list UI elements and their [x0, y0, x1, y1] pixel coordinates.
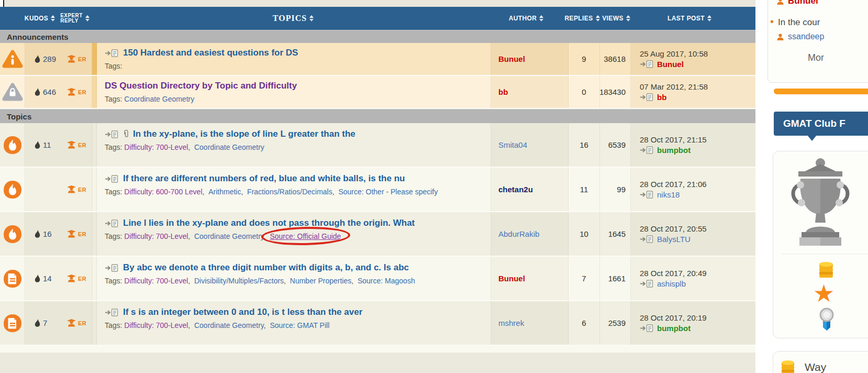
- goto-post-icon[interactable]: [105, 220, 119, 227]
- goto-post-icon[interactable]: [640, 93, 654, 101]
- expert-reply-badge[interactable]: ER: [67, 230, 86, 238]
- column-header-author[interactable]: AUTHOR: [500, 7, 552, 30]
- tag-link[interactable]: Source: GMAT Pill: [270, 321, 329, 330]
- kudos-cell: 646ER: [25, 76, 92, 108]
- sort-arrows-icon[interactable]: [707, 15, 711, 21]
- column-header-expert-reply[interactable]: EXPERTREPLY: [57, 7, 93, 30]
- sort-arrows-icon[interactable]: [51, 15, 55, 21]
- last-post-user-link[interactable]: bumpbot: [657, 146, 691, 155]
- topic-title-link[interactable]: If there are different numbers of red, b…: [123, 173, 405, 184]
- sort-arrows-icon[interactable]: [539, 15, 543, 21]
- expert-reply-badge[interactable]: ER: [67, 185, 86, 193]
- last-post-user-link[interactable]: niks18: [657, 190, 680, 199]
- tags-label: Tags:: [105, 321, 124, 330]
- tag-separator: ,: [284, 277, 290, 285]
- author-cell: bb: [491, 76, 569, 108]
- goto-post-icon[interactable]: [640, 146, 654, 154]
- goto-post-icon[interactable]: [640, 235, 654, 243]
- author-link[interactable]: Bunuel: [498, 54, 525, 63]
- goto-post-icon[interactable]: [105, 175, 119, 183]
- er-label: ER: [78, 186, 86, 193]
- last-post-user-link[interactable]: bumpbot: [657, 324, 691, 333]
- expert-reply-badge[interactable]: ER: [67, 141, 86, 149]
- goto-post-icon[interactable]: [640, 60, 654, 68]
- tag-link[interactable]: Arithmetic: [208, 188, 241, 196]
- goto-post-icon[interactable]: [105, 264, 119, 272]
- goto-post-icon[interactable]: [640, 280, 654, 288]
- author-link[interactable]: chetan2u: [498, 185, 533, 194]
- goto-post-icon[interactable]: [640, 235, 654, 243]
- tag-separator: ,: [188, 143, 194, 151]
- topic-title-link[interactable]: By abc we denote a three digit number wi…: [123, 262, 409, 273]
- tag-link[interactable]: Source: Magoosh: [358, 277, 415, 285]
- goto-post-icon[interactable]: [640, 191, 654, 199]
- goto-post-icon[interactable]: [105, 175, 119, 183]
- column-header-replies[interactable]: REPLIES: [561, 7, 603, 30]
- goto-post-icon[interactable]: [640, 60, 654, 68]
- goto-post-icon[interactable]: [640, 324, 654, 332]
- column-header-kudos[interactable]: KUDOS: [23, 7, 57, 30]
- sidebar-user-link[interactable]: ssandeep: [788, 32, 824, 41]
- goto-post-icon[interactable]: [105, 130, 119, 138]
- goto-post-icon[interactable]: [640, 146, 654, 154]
- more-link[interactable]: Mor: [808, 52, 824, 63]
- last-post-user-link[interactable]: bb: [657, 93, 666, 102]
- sort-arrows-icon[interactable]: [626, 15, 630, 21]
- last-post-cell: 28 Oct 2017, 20:55BalysLTU: [631, 212, 755, 256]
- goto-post-icon[interactable]: [105, 49, 119, 57]
- column-header-topics[interactable]: TOPICS: [259, 7, 327, 30]
- tag-link[interactable]: Difficulty: 700-Level: [124, 143, 188, 151]
- table-row: 646ERDS Question Directory by Topic and …: [0, 76, 755, 109]
- goto-post-icon[interactable]: [640, 93, 654, 101]
- expert-reply-badge[interactable]: ER: [67, 319, 86, 327]
- goto-post-icon[interactable]: [105, 309, 119, 316]
- expert-reply-badge[interactable]: ER: [67, 55, 86, 63]
- sidebar-topic-item[interactable]: •In the cour: [770, 16, 868, 28]
- author-link[interactable]: Smita04: [498, 140, 527, 149]
- kudos-cell: ER: [25, 168, 92, 211]
- topic-title-link[interactable]: If s is an integer between 0 and 10, is …: [123, 307, 362, 317]
- goto-post-icon[interactable]: [105, 309, 119, 316]
- tag-link[interactable]: Source: Other - Please specify: [338, 188, 438, 196]
- author-link[interactable]: bb: [498, 87, 508, 96]
- tag-link[interactable]: Divisibility/Multiples/Factors: [194, 277, 284, 285]
- goto-post-icon[interactable]: [640, 280, 654, 288]
- last-post-user: bumpbot: [640, 146, 755, 155]
- expert-reply-badge[interactable]: ER: [67, 275, 86, 282]
- topic-tags-line: Tags: Difficulty: 700-Level, Coordinate …: [105, 232, 485, 240]
- goto-post-icon[interactable]: [640, 191, 654, 199]
- tag-link[interactable]: Coordinate Geometry: [124, 95, 194, 103]
- goto-post-icon[interactable]: [105, 49, 119, 57]
- author-link[interactable]: AbdurRakib: [498, 229, 539, 238]
- tag-link[interactable]: Difficulty: 600-700 Level: [124, 188, 202, 196]
- column-header-last-post[interactable]: LAST POST: [661, 7, 718, 30]
- column-header-views[interactable]: VIEWS: [598, 7, 635, 30]
- tag-link[interactable]: Number Properties: [290, 277, 352, 285]
- tag-link[interactable]: Coordinate Geometry: [194, 143, 264, 151]
- tag-link[interactable]: Source: Official Guide: [270, 232, 341, 240]
- goto-post-icon[interactable]: [105, 220, 119, 227]
- author-link[interactable]: mshrek: [498, 319, 524, 327]
- topic-title-link[interactable]: DS Question Directory by Topic and Diffi…: [105, 81, 297, 91]
- topic-title-link[interactable]: 150 Hardest and easiest questions for DS: [123, 48, 298, 58]
- topic-title-link[interactable]: In the xy-plane, is the slope of line L …: [133, 129, 355, 139]
- tag-link[interactable]: Difficulty: 700-Level: [124, 232, 188, 240]
- goto-post-icon[interactable]: [640, 324, 654, 332]
- goto-post-icon[interactable]: [105, 130, 119, 138]
- tag-link[interactable]: Coordinate Geometry: [194, 232, 264, 240]
- tag-link[interactable]: Difficulty: 700-Level: [124, 321, 188, 330]
- last-post-user-link[interactable]: ashisplb: [657, 279, 686, 288]
- tag-link[interactable]: Fractions/Ratios/Decimals: [247, 188, 332, 196]
- expert-reply-badge[interactable]: ER: [67, 88, 86, 96]
- sort-arrows-icon[interactable]: [309, 15, 314, 21]
- goto-post-icon[interactable]: [105, 264, 119, 272]
- last-post-user-link[interactable]: Bunuel: [657, 60, 684, 69]
- tag-link[interactable]: Coordinate Geometry: [194, 321, 264, 330]
- sidebar-user-bunuel[interactable]: Bunuel: [776, 0, 818, 6]
- topic-title-link[interactable]: Line l lies in the xy-plane and does not…: [123, 218, 415, 228]
- sort-arrows-icon[interactable]: [85, 15, 90, 21]
- author-link[interactable]: Bunuel: [498, 274, 525, 283]
- sidebar-user-ssandeep[interactable]: ssandeep: [776, 32, 824, 41]
- tag-link[interactable]: Difficulty: 700-Level: [124, 277, 188, 285]
- last-post-user-link[interactable]: BalysLTU: [657, 235, 691, 244]
